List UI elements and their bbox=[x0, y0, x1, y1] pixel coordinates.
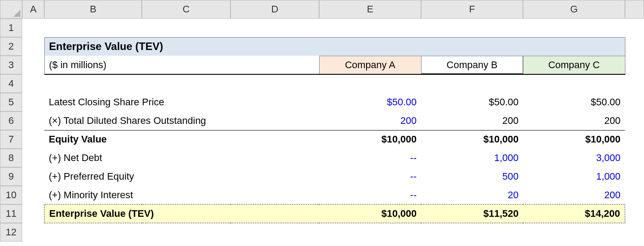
val-minority-c[interactable]: 200 bbox=[523, 186, 625, 204]
row-hdr-12[interactable]: 12 bbox=[0, 223, 22, 242]
label-share-price[interactable]: Latest Closing Share Price bbox=[44, 93, 319, 111]
val-share-price-c[interactable]: $50.00 bbox=[523, 93, 625, 111]
row-hdr-11[interactable]: 11 bbox=[0, 204, 22, 223]
val-pref-c[interactable]: 1,000 bbox=[523, 167, 625, 186]
subtitle-cell[interactable]: ($ in millions) bbox=[44, 56, 319, 74]
row-hdr-7[interactable]: 7 bbox=[0, 130, 22, 149]
colh-d[interactable]: D bbox=[230, 0, 319, 19]
colh-f[interactable]: F bbox=[421, 0, 523, 19]
row-hdr-6[interactable]: 6 bbox=[0, 111, 22, 130]
row-hdr-5[interactable]: 5 bbox=[0, 93, 22, 111]
val-shares-a[interactable]: 200 bbox=[319, 111, 421, 130]
row-hdr-8[interactable]: 8 bbox=[0, 149, 22, 167]
row-hdr-3[interactable]: 3 bbox=[0, 56, 22, 74]
colh-e[interactable]: E bbox=[319, 0, 421, 19]
label-equity[interactable]: Equity Value bbox=[44, 130, 319, 149]
colh-blank[interactable] bbox=[625, 0, 644, 19]
val-tev-b[interactable]: $11,520 bbox=[421, 204, 523, 223]
val-netdebt-a[interactable]: -- bbox=[319, 149, 421, 167]
val-pref-a[interactable]: -- bbox=[319, 167, 421, 186]
colh-a[interactable]: A bbox=[22, 0, 44, 19]
corner-cell[interactable] bbox=[0, 0, 22, 19]
hdr-company-a[interactable]: Company A bbox=[319, 56, 421, 74]
val-equity-a[interactable]: $10,000 bbox=[319, 130, 421, 149]
val-minority-b[interactable]: 20 bbox=[421, 186, 523, 204]
val-tev-a[interactable]: $10,000 bbox=[319, 204, 421, 223]
colh-c[interactable]: C bbox=[142, 0, 230, 19]
val-shares-c[interactable]: 200 bbox=[523, 111, 625, 130]
data-table: Enterprise Value (TEV) ($ in millions) C… bbox=[22, 19, 625, 242]
val-shares-b[interactable]: 200 bbox=[421, 111, 523, 130]
row-hdr-2[interactable]: 2 bbox=[0, 37, 22, 56]
val-tev-c[interactable]: $14,200 bbox=[523, 204, 625, 223]
row-hdr-4[interactable]: 4 bbox=[0, 74, 22, 93]
val-share-price-b[interactable]: $50.00 bbox=[421, 93, 523, 111]
hdr-company-c[interactable]: Company C bbox=[523, 56, 625, 74]
label-shares[interactable]: (×) Total Diluted Shares Outstanding bbox=[44, 111, 319, 130]
label-tev[interactable]: Enterprise Value (TEV) bbox=[44, 204, 319, 223]
title-cell[interactable]: Enterprise Value (TEV) bbox=[44, 37, 625, 56]
val-share-price-a[interactable]: $50.00 bbox=[319, 93, 421, 111]
label-pref[interactable]: (+) Preferred Equity bbox=[44, 167, 319, 186]
val-equity-b[interactable]: $10,000 bbox=[421, 130, 523, 149]
val-netdebt-c[interactable]: 3,000 bbox=[523, 149, 625, 167]
row-hdr-1[interactable]: 1 bbox=[0, 19, 22, 37]
colh-g[interactable]: G bbox=[523, 0, 625, 19]
row-hdr-9[interactable]: 9 bbox=[0, 167, 22, 186]
val-netdebt-b[interactable]: 1,000 bbox=[421, 149, 523, 167]
row-hdr-10[interactable]: 10 bbox=[0, 186, 22, 204]
hdr-company-b-overlay[interactable]: Company B bbox=[421, 56, 523, 74]
label-minority[interactable]: (+) Minority Interest bbox=[44, 186, 319, 204]
val-minority-a[interactable]: -- bbox=[319, 186, 421, 204]
colh-b[interactable]: B bbox=[44, 0, 142, 19]
val-equity-c[interactable]: $10,000 bbox=[523, 130, 625, 149]
label-netdebt[interactable]: (+) Net Debt bbox=[44, 149, 319, 167]
val-pref-b[interactable]: 500 bbox=[421, 167, 523, 186]
